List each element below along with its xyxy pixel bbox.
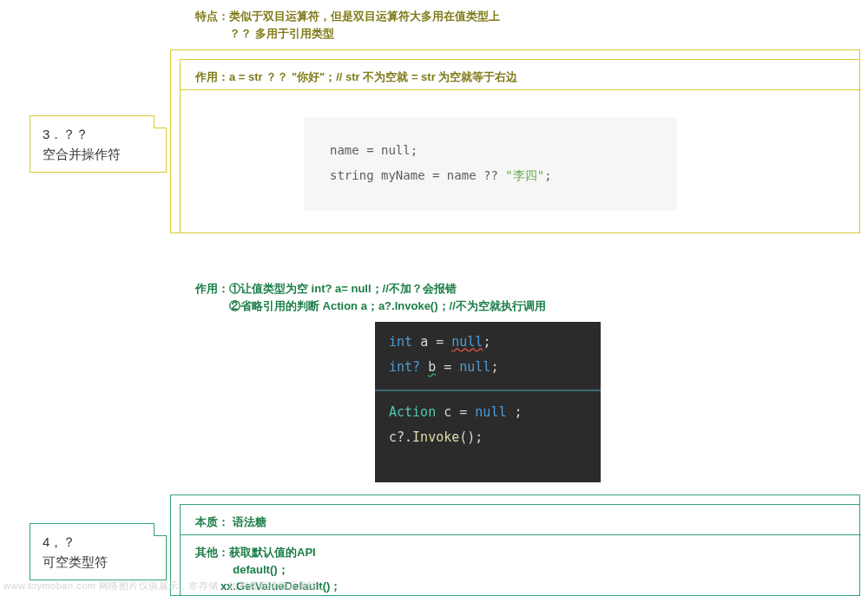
section1-usage: 作用：a = str ？？ "你好"；// str 不为空就 = str 为空就… xyxy=(195,69,517,85)
code-row-invoke: c?.Invoke(); xyxy=(375,425,601,450)
code-row-intq-b: int? b = null; xyxy=(375,355,601,380)
section2-heading: 作用：①让值类型为空 int? a= null；//不加？会报错 ②省略引用的判… xyxy=(195,280,546,314)
code-line2c: ; xyxy=(544,168,551,182)
section1-label-note: 3．？？ 空合并操作符 xyxy=(30,115,167,173)
code-line1: name = null; xyxy=(330,143,418,157)
code-row-int-a: int a = null; xyxy=(375,322,601,355)
code-row-action-c: Action c = null ; xyxy=(375,400,601,425)
section2-heading-line2: ②省略引用的判断 Action a；a?.Invoke()；//不为空就执行调用 xyxy=(195,298,546,315)
section2-label-line2: 可空类型符 xyxy=(43,552,154,572)
section2-divider xyxy=(180,534,861,535)
section1-heading-line1: 特点：类似于双目运算符，但是双目运算符大多用在值类型上 xyxy=(195,8,500,25)
code-divider xyxy=(375,390,601,391)
code-string-literal: "李四" xyxy=(505,168,544,182)
section2-heading-line1: 作用：①让值类型为空 int? a= null；//不加？会报错 xyxy=(195,280,546,298)
section1-divider xyxy=(180,89,861,90)
section2-essence: 本质： 语法糖 xyxy=(195,514,266,530)
code-line2a: string myName = name ?? xyxy=(330,168,505,182)
section1-heading-line2: ？？ 多用于引用类型 xyxy=(195,25,500,43)
watermark-text: www.toymoban.com 网络图片仅供展示，非存储，如有侵权请联系删除。 xyxy=(3,580,328,593)
section1-heading: 特点：类似于双目运算符，但是双目运算符大多用在值类型上 ？？ 多用于引用类型 xyxy=(195,8,500,42)
section1-label-line1: 3．？？ xyxy=(43,124,154,144)
section2-label-note: 4，？ 可空类型符 xyxy=(30,523,167,580)
section2-code-block: int a = null; int? b = null; Action c = … xyxy=(375,322,601,482)
section1-label-line2: 空合并操作符 xyxy=(43,144,154,164)
section2-label-line1: 4，？ xyxy=(43,532,154,552)
section1-code-block: name = null; string myName = name ?? "李四… xyxy=(304,117,677,211)
